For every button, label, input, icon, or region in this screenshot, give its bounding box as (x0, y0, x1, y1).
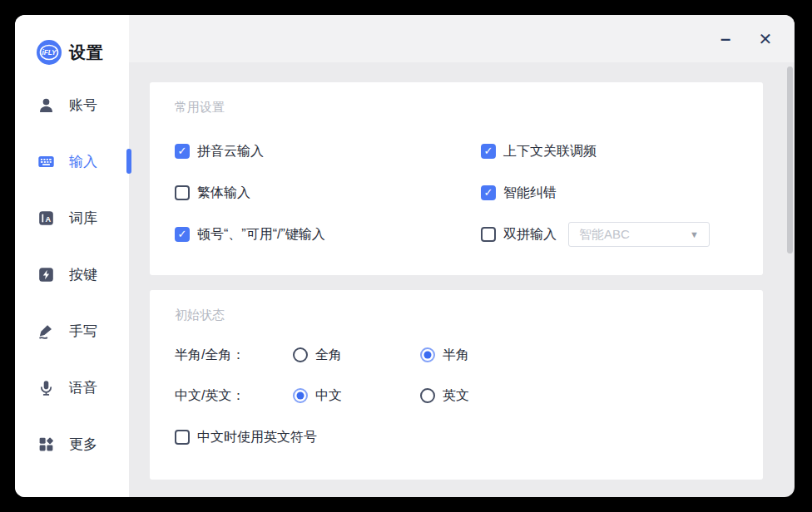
radio-option-label: 半角 (443, 347, 469, 364)
radio-selected[interactable] (420, 347, 435, 362)
sidebar: iFLY 设置 账号 (15, 15, 129, 497)
chevron-down-icon: ▼ (690, 229, 699, 239)
option-slash-key[interactable]: ✓ 顿号“、”可用“/”键输入 (175, 222, 481, 247)
option-context-tuning[interactable]: ✓ 上下文关联调频 (481, 139, 738, 164)
radio-chinese[interactable]: 中文 (293, 387, 420, 405)
section-title: 初始状态 (175, 308, 738, 323)
option-shuangpin[interactable]: 双拼输入 智能ABC ▼ (481, 222, 738, 247)
radio-halfwidth[interactable]: 半角 (420, 347, 547, 364)
settings-window: iFLY 设置 账号 (15, 15, 795, 497)
checkbox-unchecked[interactable] (175, 185, 190, 200)
check-icon: ✓ (484, 145, 493, 156)
radio-option-label: 中文 (315, 387, 342, 405)
svg-text:A: A (45, 214, 51, 223)
chinese-english-row: 中文/英文： 中文 英文 (175, 387, 738, 404)
microphone-icon (37, 379, 55, 396)
radio-unselected[interactable] (420, 388, 435, 403)
more-grid-icon (37, 436, 55, 453)
sidebar-item-label: 输入 (69, 152, 97, 171)
sidebar-item-more[interactable]: 更多 (15, 416, 129, 472)
settings-content: 常用设置 ✓ 拼音云输入 ✓ 上下文关联调频 繁体输入 (129, 62, 795, 495)
option-label: 繁体输入 (197, 185, 250, 202)
user-icon (37, 96, 55, 114)
option-traditional-input[interactable]: 繁体输入 (175, 180, 481, 205)
checkbox-checked[interactable]: ✓ (481, 144, 496, 159)
option-english-punctuation[interactable]: 中文时使用英文符号 (175, 428, 738, 446)
radio-group-label: 中文/英文： (175, 387, 293, 405)
check-icon: ✓ (484, 187, 493, 198)
handwriting-icon (37, 322, 55, 340)
sidebar-item-label: 词库 (69, 209, 97, 228)
sidebar-item-keys[interactable]: 按键 (15, 246, 129, 303)
option-label: 智能纠错 (503, 185, 557, 202)
keyboard-icon (37, 153, 55, 170)
sidebar-item-label: 按键 (69, 265, 97, 284)
key-lightning-icon (37, 266, 55, 283)
radio-option-label: 英文 (443, 387, 469, 405)
checkbox-unchecked[interactable] (481, 227, 496, 242)
titlebar[interactable]: – ✕ (129, 15, 795, 62)
checkbox-unchecked[interactable] (175, 430, 190, 445)
option-pinyin-cloud[interactable]: ✓ 拼音云输入 (175, 139, 481, 164)
dropdown-value: 智能ABC (579, 227, 690, 243)
sidebar-item-voice[interactable]: 语音 (15, 359, 129, 416)
option-label: 顿号“、”可用“/”键输入 (197, 226, 325, 244)
main-area: – ✕ 常用设置 ✓ 拼音云输入 ✓ 上下文关联调频 (129, 15, 795, 497)
option-label: 双拼输入 (503, 226, 557, 244)
app-header: iFLY 设置 (15, 15, 129, 65)
checkbox-checked[interactable]: ✓ (481, 185, 496, 200)
check-icon: ✓ (178, 145, 187, 156)
close-button[interactable]: ✕ (755, 28, 776, 50)
option-smart-correction[interactable]: ✓ 智能纠错 (481, 180, 738, 205)
radio-english[interactable]: 英文 (420, 387, 547, 405)
checkbox-checked[interactable]: ✓ (175, 227, 190, 242)
common-options-grid: ✓ 拼音云输入 ✓ 上下文关联调频 繁体输入 ✓ 智能纠错 (175, 139, 738, 263)
radio-unselected[interactable] (293, 347, 308, 362)
sidebar-nav: 账号 输入 (15, 76, 129, 472)
vertical-scrollbar[interactable] (787, 66, 793, 254)
initial-state-card: 初始状态 半角/全角： 全角 半角 中文/英文： (150, 290, 763, 480)
sidebar-item-handwriting[interactable]: 手写 (15, 303, 129, 359)
checkbox-checked[interactable]: ✓ (175, 144, 190, 159)
sidebar-item-input[interactable]: 输入 (15, 133, 129, 190)
radio-selected[interactable] (293, 388, 308, 403)
sidebar-item-label: 更多 (69, 435, 97, 454)
option-label: 拼音云输入 (197, 143, 264, 160)
section-title: 常用设置 (175, 100, 738, 116)
sidebar-item-account[interactable]: 账号 (15, 76, 129, 133)
page-title: 设置 (69, 42, 104, 64)
check-icon: ✓ (178, 229, 187, 239)
common-settings-card: 常用设置 ✓ 拼音云输入 ✓ 上下文关联调频 繁体输入 (150, 82, 763, 275)
sidebar-item-label: 语音 (69, 378, 97, 397)
window-controls: – ✕ (715, 15, 776, 62)
shuangpin-scheme-select[interactable]: 智能ABC ▼ (568, 222, 710, 247)
radio-fullwidth[interactable]: 全角 (293, 347, 420, 364)
radio-option-label: 全角 (315, 347, 342, 364)
dictionary-icon: A (37, 209, 55, 227)
radio-group-label: 半角/全角： (175, 347, 293, 364)
ifly-logo-icon: iFLY (37, 40, 62, 65)
sidebar-item-label: 账号 (69, 96, 97, 115)
option-label: 上下文关联调频 (503, 143, 597, 160)
sidebar-item-label: 手写 (69, 322, 97, 341)
sidebar-item-dictionary[interactable]: A 词库 (15, 190, 129, 246)
svg-text:iFLY: iFLY (42, 49, 57, 57)
halfwidth-fullwidth-row: 半角/全角： 全角 半角 (175, 347, 738, 363)
minimize-button[interactable]: – (715, 28, 736, 50)
option-label: 中文时使用英文符号 (197, 429, 317, 446)
